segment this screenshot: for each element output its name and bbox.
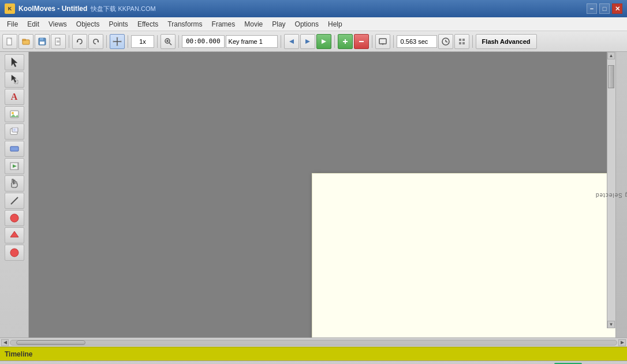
select-move-tool-button[interactable]: [5, 72, 24, 88]
clock-button[interactable]: [438, 34, 453, 49]
svg-point-49: [10, 249, 18, 257]
ellipse-tool-button[interactable]: [5, 210, 24, 226]
svg-rect-6: [40, 42, 44, 44]
svg-rect-5: [40, 38, 43, 40]
menu-item-options[interactable]: Options: [290, 19, 323, 29]
svg-rect-3: [23, 39, 25, 40]
svg-marker-34: [12, 75, 16, 82]
save-button[interactable]: [35, 34, 50, 49]
svg-marker-18: [305, 39, 310, 44]
menu-item-frames[interactable]: Frames: [207, 19, 240, 29]
close-button[interactable]: ✕: [612, 3, 622, 14]
back-button[interactable]: [284, 34, 299, 49]
menu-item-points[interactable]: Points: [104, 19, 133, 29]
toolbar-sep-6: [281, 35, 281, 48]
menu-item-movie[interactable]: Movie: [240, 19, 267, 29]
app-logo: K: [5, 3, 15, 14]
titlebar-left: K KoolMoves - Untitled 快盘下载 KKPAN.COM: [5, 3, 156, 14]
remove-button[interactable]: [354, 34, 369, 49]
svg-rect-32: [462, 42, 465, 44]
toolbar-sep-8: [372, 35, 372, 48]
interactive-tool-button[interactable]: [5, 175, 24, 192]
toolbar-sep-7: [334, 35, 335, 48]
shape-tool-button[interactable]: [5, 141, 24, 157]
minimize-button[interactable]: −: [587, 3, 597, 14]
svg-line-28: [446, 42, 447, 42]
titlebar-controls: − □ ✕: [587, 3, 622, 14]
image2-tool-button[interactable]: [5, 123, 24, 140]
timeline-label: Timeline: [5, 350, 32, 358]
svg-line-46: [11, 197, 18, 204]
vscrollbar[interactable]: ▲ ▼: [607, 52, 615, 328]
canvas-scrollable: [29, 52, 615, 337]
menu-item-play[interactable]: Play: [267, 19, 290, 29]
play-button[interactable]: [316, 34, 331, 49]
menu-item-help[interactable]: Help: [323, 19, 347, 29]
restore-button[interactable]: □: [599, 3, 610, 14]
menubar: FileEditViewsObjectsPointsEffectsTransfo…: [0, 17, 627, 31]
toolbar-sep-2: [106, 35, 107, 48]
vscrollbar-thumb[interactable]: [608, 65, 614, 88]
main-area: A: [0, 52, 627, 337]
hscroll-right-button[interactable]: ▶: [618, 339, 626, 346]
undo-button[interactable]: [72, 34, 87, 49]
timeline-bar: Timeline: [0, 347, 627, 361]
toolbar-sep-9: [393, 35, 394, 48]
toolbar-sep-10: [472, 35, 473, 48]
menu-item-edit[interactable]: Edit: [23, 19, 44, 29]
svg-marker-17: [289, 39, 294, 44]
svg-point-47: [10, 214, 18, 222]
hscrollbar-area: ◀ ▶: [0, 337, 627, 347]
flash-advanced-button[interactable]: Flash Advanced: [476, 34, 537, 49]
svg-marker-19: [322, 39, 326, 44]
options-button[interactable]: [454, 34, 469, 49]
image-tool-button[interactable]: [5, 106, 24, 122]
toolbar-sep-5: [178, 35, 179, 48]
hscrollbar-track: [10, 340, 617, 346]
svg-rect-30: [462, 39, 465, 41]
menu-item-objects[interactable]: Objects: [72, 19, 104, 29]
right-panel: Nothing Selected: [615, 52, 627, 337]
circle-tool-button[interactable]: [5, 245, 24, 261]
titlebar: K KoolMoves - Untitled 快盘下载 KKPAN.COM − …: [0, 0, 627, 17]
svg-rect-29: [459, 39, 461, 41]
toolbar-sep-3: [128, 35, 128, 48]
statusbar: Pan 快盘下载 绿色·安全·高速: [0, 361, 627, 364]
svg-line-14: [169, 43, 171, 45]
add-button[interactable]: [338, 34, 353, 49]
toolbar-sep-4: [157, 35, 158, 48]
sprite-tool-button[interactable]: [5, 158, 24, 174]
time-display: 00:00.000: [182, 35, 225, 48]
zoom-in-button[interactable]: [161, 34, 176, 49]
canvas-stage: [312, 173, 615, 337]
zoom-input[interactable]: [131, 35, 154, 48]
frame-select[interactable]: Key frame 1: [226, 35, 278, 48]
svg-rect-31: [459, 42, 461, 44]
export-button[interactable]: [51, 34, 66, 49]
hscrollbar-thumb[interactable]: [16, 340, 85, 345]
screen-button[interactable]: [375, 34, 390, 49]
toolbar-sep-1: [69, 35, 69, 48]
svg-marker-48: [10, 231, 18, 237]
menu-item-file[interactable]: File: [2, 19, 23, 29]
toolbar: 00:00.000 Key frame 1 0.563 sec Flash Ad…: [0, 31, 627, 52]
duration-display: 0.563 sec: [397, 35, 437, 48]
open-button[interactable]: [18, 34, 33, 49]
frame-select-wrapper: Key frame 1: [226, 35, 278, 48]
titlebar-title: KoolMoves - Untitled: [18, 5, 87, 13]
pan-button[interactable]: [110, 34, 125, 49]
hscroll-left-button[interactable]: ◀: [1, 339, 9, 346]
menu-item-views[interactable]: Views: [44, 19, 72, 29]
forward-button[interactable]: [300, 34, 315, 49]
new-button[interactable]: [2, 34, 17, 49]
menu-item-effects[interactable]: Effects: [133, 19, 163, 29]
select-tool-button[interactable]: [5, 54, 24, 70]
vscroll-down-button[interactable]: ▼: [607, 321, 615, 328]
polygon-tool-button[interactable]: [5, 227, 24, 243]
line-tool-button[interactable]: [5, 193, 24, 209]
vscroll-up-button[interactable]: ▲: [607, 52, 615, 59]
text-tool-button[interactable]: A: [5, 89, 24, 105]
menu-item-transforms[interactable]: Transforms: [163, 19, 207, 29]
canvas-area: ▲ ▼: [29, 52, 615, 337]
redo-button[interactable]: [88, 34, 103, 49]
